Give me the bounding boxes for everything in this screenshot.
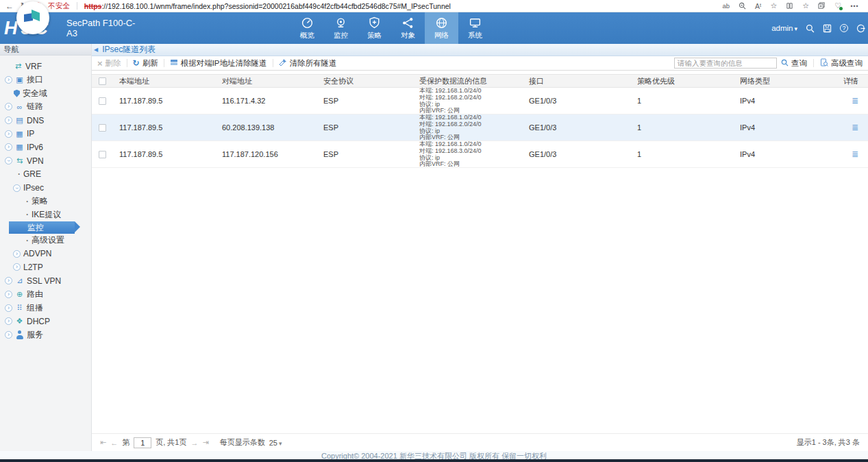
refresh-button[interactable]: 刷新 [133,58,158,69]
expand-icon[interactable] [13,263,21,271]
page-title: IPsec隧道列表 [102,44,156,56]
sidebar-item-ip[interactable]: IP [0,127,91,141]
details-icon[interactable] [852,123,858,132]
details-icon[interactable] [852,149,858,159]
col-peer-address[interactable]: 对端地址 [216,76,318,86]
sidebar-item-advanced-settings[interactable]: 高级设置 [0,234,91,247]
address-bar[interactable]: https://192.168.100.1/wnm/frame/index.ph… [84,2,716,10]
page-number-input[interactable] [134,437,151,448]
multicast-icon [15,304,24,313]
sidebar-item-service[interactable]: 服务 [0,328,91,342]
expand-icon[interactable] [13,250,21,258]
tab-monitor[interactable]: 监控 [324,12,358,44]
query-button[interactable]: 查询 [781,58,807,69]
search-input[interactable] [674,58,777,69]
prev-page-icon[interactable]: ← [110,439,118,447]
favorites-bar-icon[interactable] [802,1,809,10]
divider [127,59,127,67]
next-page-icon[interactable]: → [190,439,198,447]
expand-icon[interactable] [5,130,12,138]
select-all-checkbox[interactable] [99,77,106,85]
sidebar-item-advpn[interactable]: ADVPN [0,247,91,260]
col-interface[interactable]: 接口 [523,76,632,86]
expand-icon[interactable] [5,317,12,325]
bullet-icon [26,236,29,245]
expand-icon[interactable] [5,103,12,110]
sidebar-item-vpn[interactable]: VPN [0,154,91,168]
peer-address: 60.208.139.138 [216,123,318,132]
sidebar-item-ike-proposal[interactable]: IKE提议 [0,208,91,222]
local-address: 117.187.89.5 [114,123,216,132]
sidebar-item-dns[interactable]: DNS [0,114,91,127]
app-badge-logo [16,1,49,34]
security-label[interactable]: 不安全 [48,1,70,11]
favorites-icon[interactable] [770,1,777,10]
collections-icon[interactable] [818,2,826,10]
last-page-icon[interactable]: ⇥ [202,438,208,447]
advanced-query-button[interactable]: 高级查询 [820,58,863,69]
sidebar-item-gre[interactable]: GRE [0,168,91,182]
row-checkbox[interactable] [99,124,106,132]
first-page-icon[interactable]: ⇤ [100,438,106,447]
clear-by-peer-button[interactable]: 根据对端IP地址清除隧道 [170,58,267,69]
translate-icon[interactable]: ab [722,2,730,10]
sidebar-item-security-zone[interactable]: 安全域 [0,86,91,100]
protected-flow-info: 本端: 192.168.1.0/24/0 对端: 192.168.2.0/24/… [414,87,523,114]
zoom-out-icon[interactable] [739,2,746,10]
footer-copyright: Copyright© 2004-2021 新华三技术有限公司 版权所有 保留一切… [0,451,868,459]
read-aloud-icon[interactable] [755,2,761,10]
split-screen-icon[interactable] [786,2,793,10]
tab-network[interactable]: 网络 [425,12,458,44]
sidebar-item-monitor-selected[interactable]: 监控 [9,221,75,234]
search-icon[interactable] [806,24,815,33]
expand-icon[interactable] [5,117,12,124]
expand-icon[interactable] [5,277,12,284]
col-local-address[interactable]: 本端地址 [114,76,216,86]
collapse-icon[interactable] [13,184,21,192]
sidebar-item-vrf[interactable]: VRF [0,60,91,73]
user-menu[interactable]: admin [771,24,797,32]
sidebar-item-ipsec[interactable]: IPsec [0,181,91,195]
table-row[interactable]: 117.187.89.5 60.208.139.138 ESP 本端: 192.… [92,114,868,141]
sidebar-item-policy[interactable]: 策略 [0,195,91,208]
tab-system[interactable]: 系统 [458,12,492,44]
sidebar-item-dhcp[interactable]: DHCP [0,315,91,328]
peer-address: 116.171.4.32 [216,97,318,105]
sidebar-item-multicast[interactable]: 组播 [0,301,91,315]
tab-overview[interactable]: 概览 [290,12,324,44]
collapse-sidebar-icon[interactable] [94,47,98,53]
browser-back-icon[interactable] [5,1,14,11]
sidebar-item-ipv6[interactable]: IPv6 [0,141,91,154]
col-policy-priority[interactable]: 策略优先级 [632,76,734,86]
expand-icon[interactable] [5,143,12,151]
expand-icon[interactable] [5,76,12,84]
sidebar-item-l2tp[interactable]: L2TP [0,260,91,274]
browser-essentials-icon[interactable] [834,1,841,10]
row-checkbox[interactable] [99,151,106,158]
sidebar-item-link[interactable]: 链路 [0,100,91,114]
expand-icon[interactable] [5,291,12,298]
expand-icon[interactable] [5,331,12,339]
help-icon[interactable]: ? [840,24,848,32]
col-network-type[interactable]: 网络类型 [734,76,837,86]
delete-button[interactable]: 删除 [97,58,121,69]
sidebar-item-route[interactable]: 路由 [0,288,91,302]
expand-icon[interactable] [5,304,12,312]
row-checkbox[interactable] [99,97,106,105]
settings-more-icon[interactable] [850,1,858,11]
sidebar-item-interface[interactable]: 接口 [0,73,91,87]
sidebar-item-ssl-vpn[interactable]: SSL VPN [0,274,91,288]
col-protected-flow[interactable]: 受保护数据流的信息 [414,76,523,86]
clear-all-button[interactable]: 清除所有隧道 [279,58,337,69]
save-icon[interactable] [823,24,832,33]
tab-policy[interactable]: 策略 [358,12,391,44]
share-nodes-icon [401,16,414,29]
tab-object[interactable]: 对象 [391,12,425,44]
per-page-dropdown[interactable]: 25 [269,439,282,447]
details-icon[interactable] [852,96,858,106]
col-security-protocol[interactable]: 安全协议 [318,76,414,86]
collapse-icon[interactable] [5,157,12,165]
table-row[interactable]: 117.187.89.5 117.187.120.156 ESP 本端: 192… [92,141,868,168]
logout-icon[interactable] [856,24,865,33]
table-row[interactable]: 117.187.89.5 116.171.4.32 ESP 本端: 192.16… [92,88,868,114]
